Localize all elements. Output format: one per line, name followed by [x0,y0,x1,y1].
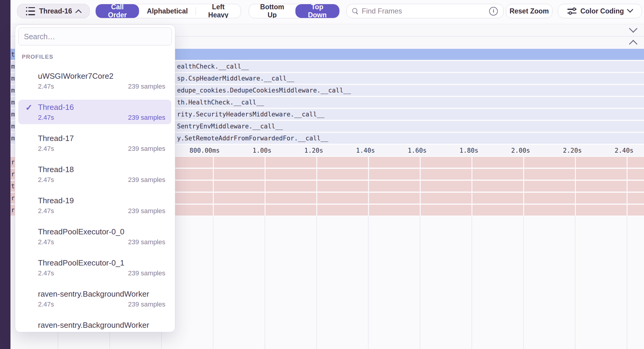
profile-duration: 2.47s [38,207,54,215]
thread-list-icon [26,7,35,15]
gridline [575,157,576,216]
profile-name: raven-sentry.BackgroundWorker [38,320,165,330]
profile-samples: 239 samples [128,82,165,91]
thread-selector-label: Thread-16 [39,7,72,15]
profile-samples: 239 samples [128,300,165,309]
gridline [627,216,627,349]
profile-meta: 2.47s239 samples [38,145,165,153]
direction-segmented-control: Bottom UpTop Down [249,4,340,18]
profile-item[interactable]: uWSGIWorker7Core22.47s239 samples [18,69,171,93]
gridline [368,157,369,216]
time-tick-label: 1.20s [304,147,323,154]
profile-meta: 2.47s239 samples [38,300,165,309]
profile-duration: 2.47s [38,331,54,332]
frame-label: sp.CspHeaderMiddleware.__call__ [177,75,294,82]
profile-samples: 239 samples [128,331,165,332]
sort-option-call-order[interactable]: Call Order [96,4,139,18]
profile-name: Thread-18 [38,164,165,174]
profile-duration: 2.47s [38,238,54,246]
profile-samples: 239 samples [128,207,165,215]
time-tick-label: 800.00ms [190,147,220,154]
profile-item[interactable]: raven-sentry.BackgroundWorker2.47s239 sa… [18,286,171,311]
color-coding-button[interactable]: Color Coding [558,4,642,18]
profile-item[interactable]: ✓Thread-162.47s239 samples [18,100,171,124]
gridline [471,157,472,216]
sort-option-alphabetical[interactable]: Alphabetical [139,4,196,18]
frame-text-fragment: r [11,171,14,178]
frame-text-fragment: m [11,75,15,82]
profile-meta: 2.47s239 samples [38,176,165,184]
sort-segmented-control: Call OrderAlphabeticalLeft Heavy [95,4,241,18]
gridline [213,157,214,216]
thread-selector-dropdown: Search… PROFILES uWSGIWorker7Core22.47s2… [15,25,175,332]
reset-zoom-button[interactable]: Reset Zoom [506,4,553,18]
toolbar: Thread-16 Call OrderAlphabeticalLeft Hea… [0,0,644,23]
gridline [523,216,524,349]
profile-name: uWSGIWorker7Core2 [38,71,165,81]
profile-name: Thread-17 [38,133,165,143]
frame-label: th.HealthCheck.__call__ [177,99,264,106]
profile-item[interactable]: raven-sentry.BackgroundWorker2.47s239 sa… [18,318,171,332]
frame-label: y.SetRemoteAddrFromForwardedFor.__call__ [177,135,328,142]
gridline [420,216,420,349]
frame-text-fragment: m [11,63,15,70]
frame-label: SentryEnvMiddleware.__call__ [177,123,283,130]
time-tick-label: 2.00s [511,147,530,154]
frame-label: rity.SecurityHeadersMiddleware.__call__ [177,111,324,118]
profile-samples: 239 samples [128,269,165,277]
profile-item[interactable]: ThreadPoolExecutor-0_12.47s239 samples [18,255,171,280]
profile-name: Thread-16 [38,102,165,112]
direction-option-bottom-up[interactable]: Bottom Up [249,4,295,18]
profile-meta: 2.47s239 samples [38,82,165,91]
checkmark-icon: ✓ [25,103,32,113]
profile-meta: 2.47s239 samples [38,331,165,332]
profiles-list: uWSGIWorker7Core22.47s239 samples✓Thread… [18,69,171,332]
chevron-up-icon [75,9,82,16]
frame-text-fragment: r [11,159,14,166]
profile-meta: 2.47s239 samples [38,238,165,246]
frame-text-fragment: t [11,51,15,58]
profile-meta: 2.47s239 samples [38,113,165,122]
time-tick-label: 1.40s [356,147,375,154]
gridline [316,216,317,349]
gridline [265,216,265,349]
profile-item[interactable]: Thread-192.47s239 samples [18,193,171,218]
time-tick-label: 2.20s [563,147,582,154]
profile-duration: 2.47s [38,269,54,277]
profile-samples: 239 samples [128,145,165,153]
thread-selector-button[interactable]: Thread-16 [17,4,90,18]
frame-text-fragment: m [11,123,15,130]
time-tick-label: 2.40s [615,147,634,154]
frame-text-fragment: m [11,111,15,118]
time-tick-label: 1.60s [408,147,427,154]
info-icon[interactable]: i [489,7,498,16]
frame-text-fragment: m [11,87,15,94]
profile-duration: 2.47s [38,82,54,91]
time-tick-label: 1.80s [460,147,478,154]
profile-duration: 2.47s [38,145,54,153]
profile-item[interactable]: Thread-172.47s239 samples [18,131,171,155]
gridline [627,157,628,216]
search-icon [352,8,358,14]
profile-samples: 239 samples [128,176,165,184]
sort-option-left-heavy[interactable]: Left Heavy [196,4,241,18]
direction-option-top-down[interactable]: Top Down [295,4,339,18]
find-frames-input[interactable]: Find Frames i [347,4,503,18]
gridline [420,157,421,216]
profile-samples: 239 samples [128,113,165,122]
profile-meta: 2.47s239 samples [38,207,165,215]
frame-text-fragment: m [11,135,15,142]
frame-text-fragment: t [11,183,14,190]
profile-duration: 2.47s [38,300,54,309]
frame-label: ealthCheck.__call__ [177,63,249,70]
profile-name: Thread-19 [38,195,165,206]
profile-item[interactable]: ThreadPoolExecutor-0_02.47s239 samples [18,224,171,249]
frame-text-fragment: r [11,195,14,202]
profile-item[interactable]: Thread-182.47s239 samples [18,162,171,186]
gridline [213,216,213,349]
profiles-section-label: PROFILES [22,54,53,60]
dropdown-search-placeholder: Search… [24,32,55,41]
gridline [575,216,576,349]
profile-name: raven-sentry.BackgroundWorker [38,289,165,299]
dropdown-search-input[interactable]: Search… [18,28,172,45]
